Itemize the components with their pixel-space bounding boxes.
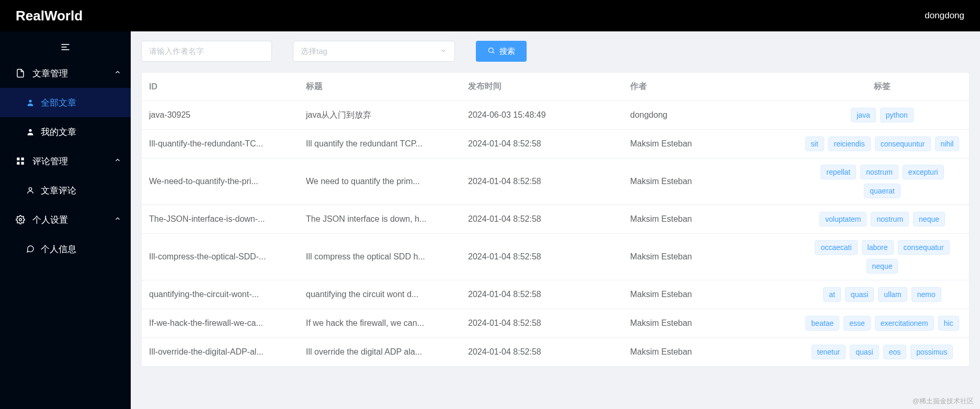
tag[interactable]: occaecati — [815, 240, 857, 255]
cell-time: 2024-01-04 8:52:58 — [461, 177, 623, 186]
header: RealWorld dongdong — [0, 0, 980, 31]
sidebar-collapse-toggle[interactable] — [0, 38, 131, 59]
sidebar-item-label: 全部文章 — [41, 97, 76, 109]
tag[interactable]: eos — [883, 345, 907, 359]
cell-author: dongdong — [623, 110, 795, 120]
cell-tags: atquasiullamnemo — [795, 287, 969, 302]
tag[interactable]: sit — [805, 137, 824, 151]
cell-title: We need to quantify the prim... — [299, 177, 461, 186]
tag[interactable]: quaerat — [864, 184, 900, 198]
cell-time: 2024-01-04 8:52:58 — [461, 319, 623, 328]
cell-tags: voluptatemnostrumneque — [795, 212, 969, 226]
cell-author: Maksim Esteban — [623, 290, 795, 299]
menu-group-label: 个人设置 — [32, 214, 68, 226]
tag[interactable]: hic — [938, 316, 959, 331]
tag[interactable]: consequuntur — [875, 137, 931, 151]
tag[interactable]: repellat — [821, 165, 856, 179]
cell-author: Maksim Esteban — [623, 347, 795, 357]
sidebar-item-article-comments[interactable]: 文章评论 — [0, 176, 131, 205]
menu-group-personal-settings[interactable]: 个人设置 — [0, 205, 131, 234]
chevron-up-icon — [114, 156, 121, 166]
filter-bar: 请输入作者名字 选择tag 搜索 — [141, 41, 970, 62]
sidebar-item-my-articles[interactable]: 我的文章 — [0, 117, 131, 146]
col-header-time: 发布时间 — [461, 81, 623, 92]
cell-time: 2024-01-04 8:52:58 — [461, 290, 623, 299]
cell-id: quantifying-the-circuit-wont-... — [142, 290, 299, 299]
menu-group-comment-mgmt[interactable]: 评论管理 — [0, 146, 131, 176]
tag[interactable]: neque — [867, 259, 898, 274]
chevron-down-icon — [440, 47, 447, 56]
svg-rect-8 — [21, 162, 24, 165]
cell-author: Maksim Esteban — [623, 139, 795, 149]
tag[interactable]: python — [880, 108, 914, 122]
articles-table: ID 标题 发布时间 作者 标签 java-30925java从入门到放弃202… — [141, 72, 970, 367]
table-row: We-need-to-quantify-the-pri...We need to… — [142, 158, 969, 205]
tag[interactable]: reiciendis — [828, 137, 871, 151]
tag[interactable]: possimus — [910, 345, 953, 359]
cell-id: java-30925 — [142, 110, 299, 120]
tag[interactable]: exercitationem — [875, 316, 934, 331]
svg-point-4 — [29, 129, 31, 132]
tag[interactable]: at — [823, 287, 841, 302]
col-header-author: 作者 — [623, 81, 795, 92]
tag[interactable]: neque — [913, 212, 945, 226]
svg-point-10 — [19, 219, 22, 221]
tag[interactable]: tenetur — [812, 345, 846, 359]
menu-collapse-icon — [60, 42, 71, 54]
tag[interactable]: labore — [862, 240, 894, 255]
gear-icon — [16, 215, 25, 224]
user-icon — [26, 128, 35, 136]
cell-author: Maksim Esteban — [623, 177, 795, 186]
sidebar-item-personal-info[interactable]: 个人信息 — [0, 234, 131, 264]
tag[interactable]: esse — [844, 316, 871, 331]
app-logo: RealWorld — [16, 8, 83, 24]
search-icon — [487, 47, 495, 56]
tag[interactable]: nihil — [935, 137, 960, 151]
cell-id: We-need-to-quantify-the-pri... — [142, 177, 299, 186]
cell-title: quantifying the circuit wont d... — [299, 290, 461, 299]
svg-rect-7 — [17, 162, 19, 165]
cell-time: 2024-01-04 8:52:58 — [461, 214, 623, 224]
col-header-id: ID — [142, 82, 299, 92]
cell-title: The JSON interface is down, h... — [299, 214, 461, 224]
tag[interactable]: java — [851, 108, 876, 122]
menu-group-label: 评论管理 — [32, 155, 68, 167]
tag[interactable]: voluptatem — [819, 212, 867, 226]
chevron-up-icon — [114, 214, 121, 225]
cell-time: 2024-01-04 8:52:58 — [461, 347, 623, 357]
doc-icon — [16, 69, 25, 78]
cell-tags: teneturquasieospossimus — [795, 345, 969, 359]
tag-select[interactable]: 选择tag — [293, 41, 455, 62]
cell-title: If we hack the firewall, we can... — [299, 319, 461, 328]
tag[interactable]: nostrum — [860, 165, 898, 179]
tag[interactable]: beatae — [805, 316, 839, 331]
tag[interactable]: ullam — [878, 287, 907, 302]
svg-point-9 — [29, 188, 31, 190]
tag[interactable]: consequatur — [898, 240, 950, 255]
menu-group-article-mgmt[interactable]: 文章管理 — [0, 59, 131, 88]
cell-author: Maksim Esteban — [623, 214, 795, 224]
cell-id: Ill-override-the-digital-ADP-al... — [142, 347, 299, 357]
cell-tags: sitreiciendisconsequunturnihil — [795, 137, 969, 151]
header-username[interactable]: dongdong — [925, 10, 964, 21]
table-row: Ill-quantify-the-redundant-TC...Ill quan… — [142, 130, 969, 158]
tag[interactable]: quasi — [850, 345, 879, 359]
sidebar-item-label: 个人信息 — [41, 243, 76, 255]
tag[interactable]: excepturi — [903, 165, 944, 179]
search-button-label: 搜索 — [499, 47, 515, 56]
cell-id: If-we-hack-the-firewall-we-ca... — [142, 319, 299, 328]
cell-author: Maksim Esteban — [623, 252, 795, 262]
cell-id: The-JSON-interface-is-down-... — [142, 214, 299, 224]
author-input[interactable]: 请输入作者名字 — [141, 41, 272, 62]
search-button[interactable]: 搜索 — [476, 41, 527, 62]
tag[interactable]: nostrum — [871, 212, 909, 226]
tag[interactable]: quasi — [845, 287, 874, 302]
cell-title: Ill quantify the redundant TCP... — [299, 139, 461, 149]
content-area: 请输入作者名字 选择tag 搜索 ID 标题 发布时间 作者 标签 — [131, 31, 980, 409]
tag[interactable]: nemo — [911, 287, 941, 302]
cell-time: 2024-01-04 8:52:58 — [461, 252, 623, 262]
tag-select-placeholder: 选择tag — [301, 47, 327, 56]
cell-time: 2024-06-03 15:48:49 — [461, 110, 623, 120]
menu-group-label: 文章管理 — [32, 67, 68, 79]
sidebar-item-all-articles[interactable]: 全部文章 — [0, 88, 131, 117]
